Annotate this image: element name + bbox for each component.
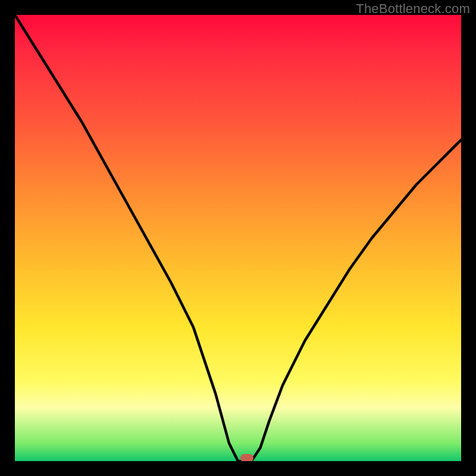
optimal-marker <box>240 454 253 461</box>
bottleneck-curve <box>15 15 461 461</box>
chart-frame: TheBottleneck.com <box>0 0 476 476</box>
plot-area <box>15 15 461 461</box>
curve-layer <box>15 15 461 461</box>
